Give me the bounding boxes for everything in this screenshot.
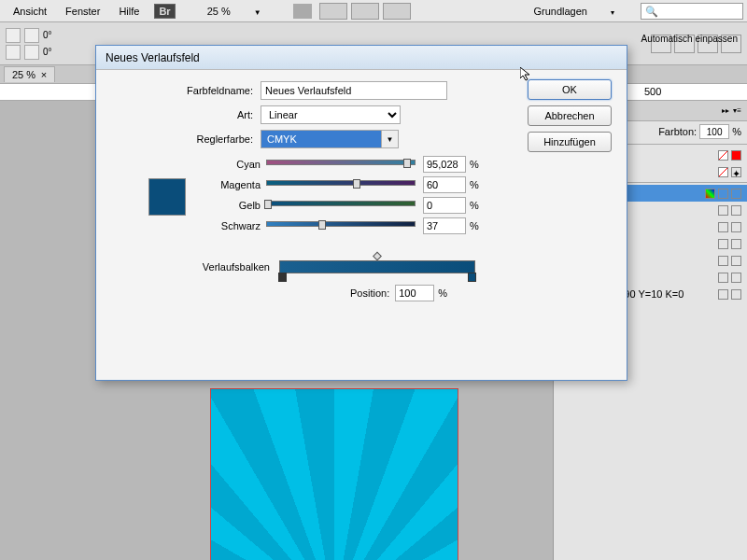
cmyk-icon [718,239,728,249]
bridge-icon[interactable]: Br [154,4,175,19]
cyan-input[interactable] [423,156,466,173]
menubar: Ansicht Fenster Hilfe Br 25 % ▼ Grundlag… [0,0,747,22]
document-tab[interactable]: 25 % × [4,66,55,82]
new-gradient-swatch-dialog: Neues Verlaufsfeld Farbfeldname: Art: Li… [95,45,627,381]
auto-fit-label[interactable]: Automatisch einpassen [641,34,738,44]
add-button[interactable]: Hinzufügen [528,132,612,152]
angle-icon[interactable] [24,28,39,43]
magenta-label: Magenta [201,179,266,190]
black-label: Schwarz [201,220,266,231]
gradient-ramp[interactable] [279,260,475,273]
tint-label: Farbton: [658,126,697,137]
yellow-slider[interactable] [266,201,416,210]
color-type-icon [731,189,741,199]
cyan-label: Cyan [201,159,266,170]
color-type-icon [731,256,741,266]
gradient-stop-right[interactable] [468,273,476,282]
dropdown-icon: ▼ [245,8,271,17]
target-icon: ✦ [731,167,741,177]
color-type-icon [731,239,741,249]
swatch-name-input[interactable] [261,81,447,100]
cmyk-icon [718,273,728,283]
cyan-slider[interactable] [266,160,416,169]
sunray-artwork [211,389,458,560]
color-type-icon [731,205,741,216]
shear-icon[interactable] [6,45,21,60]
cmyk-icon [718,289,728,300]
svg-marker-0 [520,67,529,80]
search-input[interactable] [641,3,743,20]
color-preview [148,178,186,216]
view-options-icon[interactable] [319,3,347,20]
angle-icon[interactable] [24,45,39,60]
none-icon [718,150,728,161]
cancel-button[interactable]: Abbrechen [528,105,612,126]
black-input[interactable] [423,217,466,234]
dialog-title: Neues Verlaufsfeld [96,46,627,70]
position-label: Position: [350,287,389,299]
gradient-stop-left[interactable] [278,273,287,282]
midpoint-icon[interactable] [373,252,382,261]
shear-value[interactable]: 0° [43,47,52,57]
color-type-icon [731,222,741,232]
dropdown-icon[interactable]: ▼ [382,130,399,148]
none-icon [718,167,728,177]
gradient-bar-label: Verlaufsbalken [186,261,279,273]
menu-help[interactable]: Hilfe [109,6,148,17]
dropdown-icon: ▾ [601,8,624,17]
document-page[interactable] [210,388,458,560]
position-input[interactable] [395,285,434,301]
type-label: Art: [111,109,261,120]
rotate-icon[interactable] [6,28,21,43]
arrange-icon[interactable] [383,3,411,20]
workspace-switcher[interactable]: Grundlagen ▾ [514,6,633,17]
yellow-input[interactable] [423,197,466,214]
menu-view[interactable]: Ansicht [4,6,56,17]
color-type-icon [731,273,741,283]
colormode-label: Reglerfarbe: [111,133,261,145]
black-slider[interactable] [266,221,416,231]
yellow-label: Gelb [201,200,266,211]
cmyk-icon [718,256,728,266]
gradient-swatch-icon [705,189,715,199]
menu-window[interactable]: Fenster [56,6,109,17]
screen-mode-icon[interactable] [351,3,379,20]
close-icon[interactable]: × [41,69,47,80]
cmyk-icon [718,189,728,199]
swatch-name-label: Farbfeldname: [111,85,261,96]
magenta-slider[interactable] [266,180,416,189]
color-type-icon [731,289,741,300]
rotation-value[interactable]: 0° [43,30,52,40]
panel-collapse-icon[interactable]: ▸▸ ▾≡ [722,106,741,115]
zoom-level[interactable]: 25 % ▼ [189,6,280,17]
registration-icon [731,150,741,161]
magenta-input[interactable] [423,176,466,193]
cmyk-icon [718,205,728,216]
colormode-select[interactable]: CMYK [261,130,382,148]
cmyk-icon [718,222,728,232]
type-select[interactable]: Linear [261,105,401,124]
ruler-tick: 500 [644,86,661,97]
tint-input[interactable] [699,124,729,139]
ok-button[interactable]: OK [528,79,612,100]
